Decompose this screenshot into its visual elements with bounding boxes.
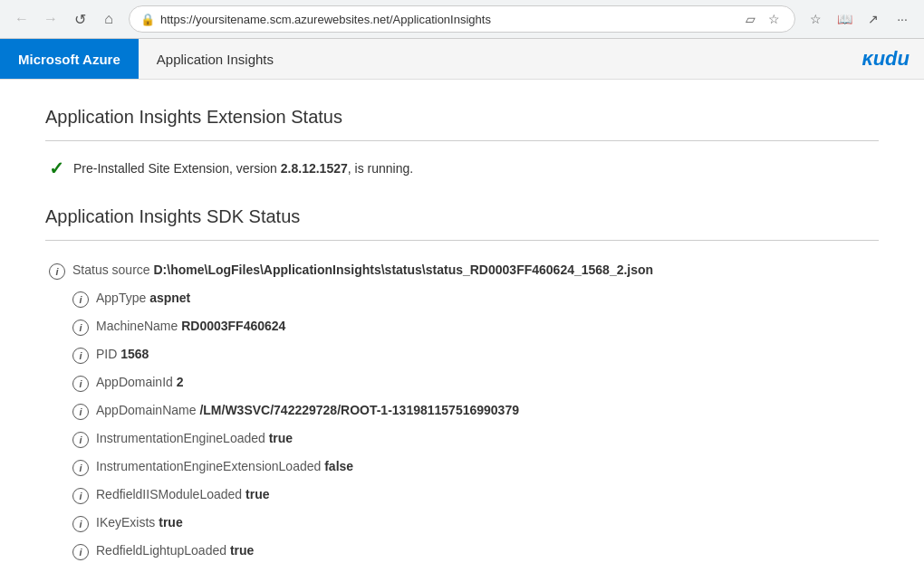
extension-status-text: Pre-Installed Site Extension, version 2.… — [73, 161, 413, 176]
info-circle-icon: i — [72, 460, 89, 476]
refresh-button[interactable]: ↺ — [67, 6, 92, 32]
forward-icon: → — [43, 11, 58, 27]
sdk-status-section: Application Insights SDK Status iStatus … — [45, 206, 879, 563]
status-pre: Pre-Installed Site Extension, version — [73, 161, 281, 176]
extension-status-title: Application Insights Extension Status — [45, 107, 879, 128]
info-row-text: AppDomainName /LM/W3SVC/742229728/ROOT-1… — [96, 403, 519, 417]
info-value: D:\home\LogFiles\ApplicationInsights\sta… — [154, 262, 654, 277]
sdk-info-row: iAppDomainName /LM/W3SVC/742229728/ROOT-… — [45, 397, 879, 425]
info-value: 2 — [177, 375, 184, 389]
info-row-text: Status source D:\home\LogFiles\Applicati… — [72, 262, 653, 277]
info-value: /LM/W3SVC/742229728/ROOT-1-1319811575169… — [199, 403, 519, 417]
info-value: true — [245, 487, 269, 501]
info-circle-icon: i — [72, 291, 89, 308]
sdk-info-row: iPID 1568 — [45, 341, 879, 369]
info-value: false — [324, 459, 353, 473]
info-value: true — [269, 431, 293, 445]
info-row-text: InstrumentationEngineExtensionLoaded fal… — [96, 459, 353, 473]
kudu-logo: ĸudu — [861, 47, 924, 71]
main-content: Application Insights Extension Status ✓ … — [0, 80, 924, 563]
info-circle-icon: i — [72, 488, 89, 504]
info-key: AppType — [96, 291, 149, 305]
address-actions: ▱ ☆ — [742, 10, 784, 28]
info-value: 1568 — [120, 347, 149, 361]
sdk-info-row: iAppType aspnet — [45, 285, 879, 313]
sdk-info-row: iAppDomainId 2 — [45, 369, 879, 397]
azure-logo-button[interactable]: Microsoft Azure — [0, 39, 139, 79]
info-circle-icon: i — [49, 263, 65, 280]
extension-status-row: ✓ Pre-Installed Site Extension, version … — [45, 157, 879, 179]
read-btn[interactable]: 📖 — [832, 6, 857, 32]
azure-label: Microsoft Azure — [18, 52, 120, 67]
sdk-rows: iStatus source D:\home\LogFiles\Applicat… — [45, 257, 879, 563]
info-circle-icon: i — [72, 348, 89, 364]
info-row-text: RedfieldLightupLoaded true — [96, 543, 254, 558]
info-value: RD0003FF460624 — [181, 319, 285, 333]
sdk-info-row: iInstrumentationEngineLoaded true — [45, 425, 879, 453]
info-row-text: PID 1568 — [96, 347, 149, 361]
info-key: AppDomainId — [96, 375, 177, 389]
extension-divider — [45, 140, 879, 141]
info-circle-icon: i — [72, 320, 89, 336]
tab-btn[interactable]: ▱ — [742, 10, 759, 28]
info-key: IKeyExists — [96, 515, 159, 530]
address-bar[interactable]: 🔒 https://yoursitename.scm.azurewebsites… — [129, 5, 795, 33]
sdk-divider — [45, 240, 879, 241]
info-circle-icon: i — [72, 516, 89, 532]
forward-button[interactable]: → — [38, 6, 63, 32]
kudu-label: ĸudu — [861, 47, 910, 70]
browser-chrome: ← → ↺ ⌂ 🔒 https://yoursitename.scm.azure… — [0, 0, 924, 39]
info-row-text: RedfieldIISModuleLoaded true — [96, 487, 269, 501]
toolbar-actions: ☆ 📖 ↗ ··· — [803, 6, 915, 32]
status-post: , is running. — [348, 161, 413, 176]
info-row-text: IKeyExists true — [96, 515, 183, 530]
info-circle-icon: i — [72, 544, 89, 560]
info-row-text: AppDomainId 2 — [96, 375, 184, 389]
back-button[interactable]: ← — [9, 6, 34, 32]
info-circle-icon: i — [72, 376, 89, 392]
app-title: Application Insights — [139, 52, 292, 67]
url-text: https://yoursitename.scm.azurewebsites.n… — [160, 13, 736, 26]
version-text: 2.8.12.1527 — [281, 161, 348, 176]
info-circle-icon: i — [72, 432, 89, 448]
info-key: Status source — [72, 262, 154, 277]
more-btn[interactable]: ··· — [890, 6, 915, 32]
back-icon: ← — [14, 11, 29, 27]
browser-toolbar: ← → ↺ ⌂ 🔒 https://yoursitename.scm.azure… — [0, 0, 924, 38]
info-key: InstrumentationEngineLoaded — [96, 431, 269, 445]
home-button[interactable]: ⌂ — [96, 6, 121, 32]
info-circle-icon: i — [72, 404, 89, 420]
sdk-info-row: iRedfieldLightupLoaded true — [45, 538, 879, 563]
info-key: RedfieldIISModuleLoaded — [96, 487, 245, 501]
sdk-info-row: iIKeyExists true — [45, 510, 879, 538]
info-key: PID — [96, 347, 120, 361]
sdk-info-row: iStatus source D:\home\LogFiles\Applicat… — [45, 257, 879, 285]
nav-buttons: ← → ↺ ⌂ — [9, 6, 121, 32]
fav-btn[interactable]: ☆ — [765, 10, 784, 28]
info-value: true — [159, 515, 182, 530]
info-value: aspnet — [149, 291, 190, 305]
sdk-info-row: iRedfieldIISModuleLoaded true — [45, 482, 879, 510]
sdk-info-row: iInstrumentationEngineExtensionLoaded fa… — [45, 453, 879, 482]
info-key: RedfieldLightupLoaded — [96, 543, 230, 558]
favorites-btn[interactable]: ☆ — [803, 6, 828, 32]
info-value: true — [230, 543, 254, 558]
refresh-icon: ↺ — [74, 11, 86, 28]
home-icon: ⌂ — [104, 11, 113, 27]
info-key: InstrumentationEngineExtensionLoaded — [96, 459, 324, 473]
sdk-status-title: Application Insights SDK Status — [45, 206, 879, 227]
info-key: AppDomainName — [96, 403, 199, 417]
extension-status-section: Application Insights Extension Status ✓ … — [45, 107, 879, 179]
info-row-text: MachineName RD0003FF460624 — [96, 319, 285, 333]
app-header: Microsoft Azure Application Insights ĸud… — [0, 39, 924, 80]
info-row-text: AppType aspnet — [96, 291, 190, 305]
sdk-info-row: iMachineName RD0003FF460624 — [45, 313, 879, 341]
check-icon: ✓ — [49, 157, 64, 179]
lock-icon: 🔒 — [140, 13, 155, 26]
share-btn[interactable]: ↗ — [861, 6, 886, 32]
info-key: MachineName — [96, 319, 181, 333]
info-row-text: InstrumentationEngineLoaded true — [96, 431, 293, 445]
